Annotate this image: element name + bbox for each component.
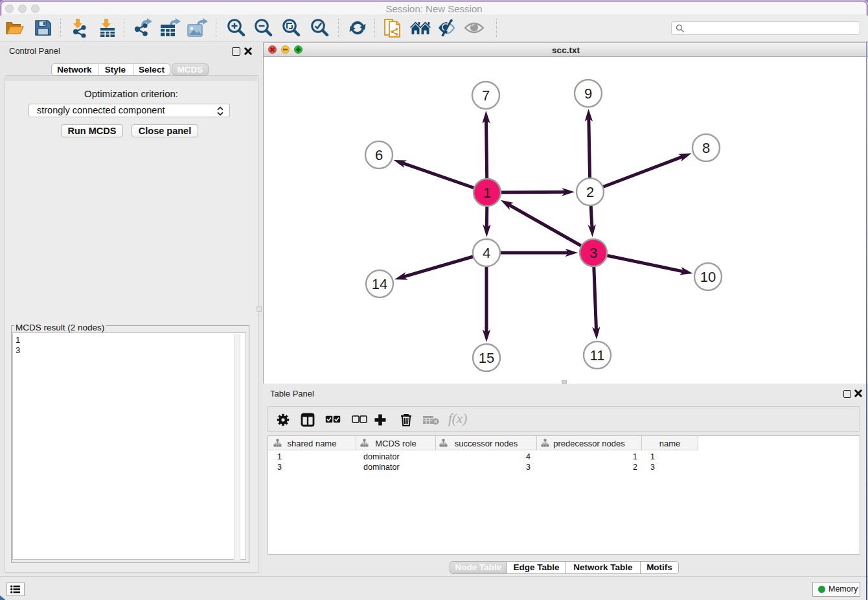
svg-text:4: 4 (483, 245, 490, 261)
svg-text:1: 1 (483, 185, 491, 201)
svg-text:10: 10 (700, 269, 716, 285)
svg-text:9: 9 (584, 86, 592, 102)
svg-text:3: 3 (589, 245, 597, 261)
svg-text:7: 7 (482, 87, 490, 104)
svg-text:15: 15 (479, 350, 494, 366)
svg-text:11: 11 (590, 347, 605, 363)
svg-text:8: 8 (702, 140, 710, 156)
svg-text:6: 6 (375, 147, 383, 163)
svg-text:14: 14 (372, 276, 387, 292)
svg-text:2: 2 (586, 184, 594, 200)
